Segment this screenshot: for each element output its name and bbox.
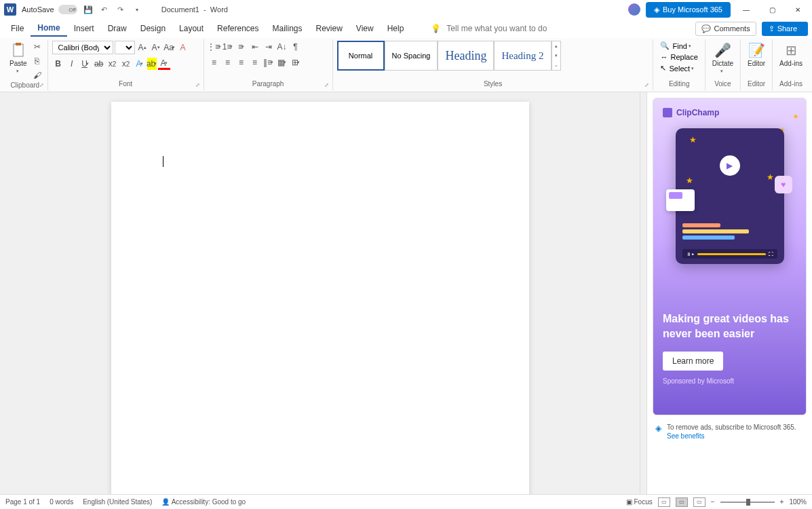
tab-layout[interactable]: Layout [172, 21, 210, 36]
clear-formatting-icon[interactable]: A [177, 41, 189, 54]
zoom-level[interactable]: 100% [789, 498, 807, 506]
search-input[interactable] [446, 24, 568, 33]
format-painter-icon[interactable]: 🖌 [31, 69, 43, 81]
style-heading2[interactable]: Heading 2 [494, 41, 551, 71]
style-no-spacing[interactable]: No Spacing [385, 41, 438, 71]
save-icon[interactable]: 💾 [83, 4, 94, 15]
replace-button[interactable]: ↔Replace [657, 52, 700, 62]
undo-icon[interactable]: ↶ [99, 4, 110, 15]
find-button[interactable]: 🔍Find▾ [657, 41, 700, 51]
align-left-icon[interactable]: ≡ [208, 56, 220, 69]
cut-icon[interactable]: ✂ [31, 41, 43, 53]
tab-file[interactable]: File [4, 21, 31, 36]
status-bar: Page 1 of 1 0 words English (United Stat… [0, 494, 812, 509]
text-effects-icon[interactable]: A▾ [134, 58, 146, 70]
buy-m365-button[interactable]: ◈Buy Microsoft 365 [646, 2, 731, 18]
share-button[interactable]: ⇪Share▾ [762, 22, 808, 36]
change-case-icon[interactable]: Aa▾ [163, 41, 176, 54]
tab-draw[interactable]: Draw [101, 21, 134, 36]
zoom-slider[interactable] [720, 502, 775, 503]
borders-icon[interactable]: ⊞▾ [290, 56, 302, 69]
user-avatar-icon[interactable] [628, 3, 640, 16]
page-count[interactable]: Page 1 of 1 [5, 498, 40, 506]
zoom-in-button[interactable]: + [780, 498, 784, 506]
zoom-out-button[interactable]: − [711, 498, 715, 506]
superscript-icon[interactable]: x2 [120, 58, 132, 70]
language[interactable]: English (United States) [83, 498, 152, 506]
focus-mode-button[interactable]: ▣ Focus [626, 498, 653, 506]
scrollbar[interactable] [640, 92, 646, 494]
dialog-launcher-icon[interactable]: ⤢ [195, 82, 202, 89]
dialog-launcher-icon[interactable]: ⤢ [644, 82, 651, 89]
learn-more-button[interactable]: Learn more [663, 352, 723, 371]
grow-font-icon[interactable]: A▴ [136, 41, 149, 54]
underline-button[interactable]: U▾ [79, 58, 92, 70]
bullets-icon[interactable]: ⋮≡▾ [208, 41, 220, 53]
font-size-select[interactable]: 11 [115, 41, 135, 54]
shrink-font-icon[interactable]: A▾ [150, 41, 162, 54]
tab-review[interactable]: Review [309, 21, 349, 36]
justify-icon[interactable]: ≡ [249, 56, 261, 69]
align-center-icon[interactable]: ≡ [222, 56, 234, 69]
dialog-launcher-icon[interactable]: ⤢ [324, 82, 331, 89]
editor-button[interactable]: 📝Editor [745, 41, 768, 69]
multilevel-list-icon[interactable]: ≡▾ [235, 41, 248, 53]
ad-card[interactable]: ClipChamp ✦ ✦ ★ ★ ★ ♥ ⏸ ▶ ⛶ [653, 98, 807, 415]
tab-design[interactable]: Design [134, 21, 172, 36]
style-heading1[interactable]: Heading [438, 41, 494, 71]
font-name-select[interactable]: Calibri (Body) [52, 41, 113, 54]
maximize-button[interactable]: ▢ [762, 3, 782, 16]
copy-icon[interactable]: ⎘ [31, 55, 43, 67]
numbering-icon[interactable]: 1≡▾ [222, 41, 234, 53]
qat-customize-icon[interactable]: ▾ [132, 4, 142, 15]
read-mode-icon[interactable]: ▭ [658, 497, 670, 507]
tell-me-search[interactable]: 💡 [431, 24, 568, 33]
align-right-icon[interactable]: ≡ [235, 56, 248, 69]
line-spacing-icon[interactable]: ‖≡▾ [263, 56, 275, 69]
minimize-button[interactable]: — [736, 3, 756, 16]
addins-button[interactable]: ⊞Add-ins [777, 41, 805, 69]
tab-help[interactable]: Help [381, 21, 411, 36]
font-color-icon[interactable]: A▾ [158, 58, 170, 70]
shading-icon[interactable]: ▦▾ [276, 56, 288, 69]
dictate-button[interactable]: 🎤Dictate▾ [710, 41, 736, 75]
tab-insert[interactable]: Insert [67, 21, 101, 36]
see-benefits-link[interactable]: See benefits [667, 432, 796, 440]
title-bar: W AutoSave Off 💾 ↶ ↷ ▾ Document1 - Word … [0, 0, 812, 19]
ad-illustration: ★ ★ ★ ♥ ⏸ ▶ ⛶ [676, 128, 784, 264]
tab-mailings[interactable]: Mailings [265, 21, 309, 36]
tab-view[interactable]: View [349, 21, 381, 36]
decrease-indent-icon[interactable]: ⇤ [249, 41, 261, 53]
tab-home[interactable]: Home [31, 20, 66, 37]
paste-button[interactable]: Paste▾ [7, 41, 30, 75]
bold-button[interactable]: B [52, 58, 64, 70]
close-button[interactable]: ✕ [788, 3, 808, 16]
play-icon [720, 155, 740, 176]
autosave-toggle[interactable]: AutoSave Off [22, 5, 77, 14]
web-layout-icon[interactable]: ▭ [693, 497, 705, 507]
group-label: Add-ins [777, 80, 805, 89]
increase-indent-icon[interactable]: ⇥ [263, 41, 275, 53]
select-button[interactable]: ↖Select▾ [657, 63, 700, 73]
group-label: Editor [745, 80, 768, 89]
redo-icon[interactable]: ↷ [115, 4, 126, 15]
highlight-icon[interactable]: ab▾ [147, 58, 157, 70]
show-marks-icon[interactable]: ¶ [290, 41, 302, 53]
accessibility-status[interactable]: 👤 Accessibility: Good to go [161, 498, 246, 506]
document-page[interactable] [111, 102, 529, 494]
search-icon: 🔍 [660, 41, 670, 50]
italic-button[interactable]: I [66, 58, 78, 70]
dialog-launcher-icon[interactable]: ⤢ [39, 82, 46, 89]
sort-icon[interactable]: A↓ [276, 41, 288, 53]
expand-icon: ⛶ [769, 252, 773, 257]
comments-button[interactable]: 💬Comments [695, 22, 756, 36]
tab-references[interactable]: References [210, 21, 265, 36]
toggle-off-icon[interactable]: Off [58, 5, 77, 14]
print-layout-icon[interactable]: ▭ [676, 497, 688, 507]
style-normal[interactable]: Normal [337, 41, 385, 71]
share-icon: ⇪ [769, 24, 775, 33]
subscript-icon[interactable]: x2 [107, 58, 119, 70]
strikethrough-icon[interactable]: ab [93, 58, 105, 70]
styles-expand-button[interactable]: ▴▾⌄ [552, 41, 561, 71]
word-count[interactable]: 0 words [50, 498, 73, 506]
